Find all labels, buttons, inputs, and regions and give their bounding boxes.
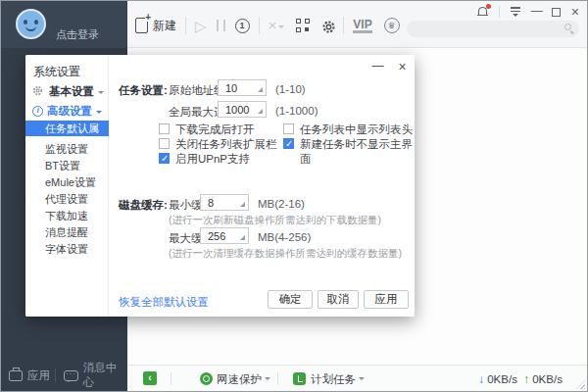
max-cache-field xyxy=(200,227,249,244)
message-center-label: 消息中心 xyxy=(83,361,127,390)
apply-button[interactable]: 应用 xyxy=(364,290,409,309)
checkbox-hide-main-window[interactable] xyxy=(283,138,294,149)
network-protect-caret[interactable] xyxy=(265,377,270,383)
delete-dropdown-caret[interactable] xyxy=(278,25,284,31)
nav-group-advanced[interactable]: i 高级设置 xyxy=(25,104,102,119)
checkbox-label[interactable]: 任务列表中显示列表头 xyxy=(300,122,413,137)
checkbox-label[interactable]: 启用UPnP支持 xyxy=(175,152,250,167)
maximize-button[interactable] xyxy=(552,8,561,17)
checkbox-label[interactable]: 新建任务时不显示主界面 xyxy=(300,137,415,167)
cache-section-label: 磁盘缓存: xyxy=(119,198,168,213)
titlebar: + 新建 ▷ 1 × VIP ♛ xyxy=(127,1,587,48)
settings-nav: 系统设置 基本设置 i 高级设置 任务默认属性 监视设置 BT设置 eMu xyxy=(25,55,109,317)
batch-grid-icon[interactable] xyxy=(296,19,310,32)
nav-item-emule[interactable]: eMule设置 xyxy=(25,174,109,190)
redownload-icon[interactable]: 1 xyxy=(235,19,250,33)
task-section-label: 任务设置: xyxy=(119,83,168,98)
settings-dialog: 系统设置 基本设置 i 高级设置 任务默认属性 监视设置 BT设置 eMu xyxy=(25,55,415,317)
dialog-minimize-button[interactable]: — xyxy=(370,61,385,74)
apps-label: 应用 xyxy=(27,368,50,383)
divider xyxy=(277,372,278,385)
nav-item-monitor[interactable]: 监视设置 xyxy=(25,141,109,157)
scheduled-tasks-label[interactable]: 计划任务 xyxy=(311,372,356,387)
new-task-button[interactable]: + 新建 xyxy=(135,18,176,34)
main-menu-icon[interactable] xyxy=(511,7,520,17)
spinner-caret-icon[interactable] xyxy=(258,87,263,92)
min-cache-unit: MB(2-16) xyxy=(258,198,305,210)
basic-group-caret xyxy=(98,91,104,97)
checkbox-show-list-header[interactable] xyxy=(283,123,294,134)
collapse-sidebar-button[interactable]: ‹ xyxy=(143,371,157,385)
connection-count-field xyxy=(218,101,267,118)
restore-defaults-link[interactable]: 恢复全部默认设置 xyxy=(119,295,209,310)
nav-item-proxy[interactable]: 代理设置 xyxy=(25,191,109,207)
checkbox-label[interactable]: 关闭任务列表扩展栏 xyxy=(175,137,277,152)
checkbox-upnp[interactable] xyxy=(159,153,170,164)
sidebar-bottom-bar: 应用 ··· 消息中心 xyxy=(1,366,127,385)
new-task-label: 新建 xyxy=(153,18,176,34)
notification-bell-icon[interactable] xyxy=(477,7,488,18)
settings-nav-header: 系统设置 xyxy=(33,64,80,80)
toolbar-divider xyxy=(259,17,260,34)
spinner-caret-icon[interactable] xyxy=(240,202,245,207)
connection-count-range: (1-1000) xyxy=(275,105,318,117)
app-window: 点击登录 应用 ··· 消息中心 + 新建 ▷ 1 xyxy=(0,0,588,392)
max-cache-unit: MB(4-256) xyxy=(258,231,311,243)
scheduled-tasks-icon xyxy=(293,372,306,385)
nav-item-font[interactable]: 字体设置 xyxy=(25,241,109,257)
download-arrow-icon: ↓ xyxy=(478,372,484,386)
toolbar: + 新建 ▷ 1 × VIP ♛ xyxy=(135,14,400,37)
network-protect-icon xyxy=(200,372,213,385)
advanced-group-caret xyxy=(96,111,102,117)
start-download-icon[interactable]: ▷ xyxy=(195,19,207,33)
min-cache-field xyxy=(200,194,249,211)
thread-count-range: (1-10) xyxy=(275,83,306,95)
status-bar: ‹ 网速保护 计划任务 ↓ 0KB/s ↑ 0KB/s xyxy=(127,365,587,391)
resize-grip[interactable] xyxy=(576,380,585,389)
upload-speed: ↑ 0KB/s xyxy=(523,372,563,386)
divider xyxy=(499,6,500,18)
search-icon xyxy=(564,24,571,30)
max-cache-hint: (进行一次清理缓存数据操作所需达到的缓存数据量) xyxy=(169,247,402,261)
message-center-button[interactable]: ··· 消息中心 xyxy=(64,366,127,385)
member-crown-icon[interactable]: ♛ xyxy=(384,18,400,33)
upload-arrow-icon: ↑ xyxy=(523,372,529,386)
basic-settings-gear-icon xyxy=(32,85,45,98)
thread-count-field xyxy=(218,79,267,96)
scheduled-tasks-caret[interactable] xyxy=(359,377,365,383)
advanced-settings-info-icon: i xyxy=(32,106,43,117)
ok-button[interactable]: 确定 xyxy=(268,290,313,309)
close-button[interactable]: × xyxy=(571,7,579,18)
network-protect-label[interactable]: 网速保护 xyxy=(217,372,262,387)
avatar-eye xyxy=(24,20,27,24)
toolbar-divider xyxy=(185,17,186,34)
dialog-close-button[interactable]: × xyxy=(395,60,410,74)
checkbox-close-list-panel[interactable] xyxy=(159,138,170,149)
vip-button[interactable]: VIP xyxy=(353,19,371,33)
settings-gear-icon[interactable] xyxy=(321,20,334,32)
basic-settings-label: 基本设置 xyxy=(49,84,94,99)
spinner-caret-icon[interactable] xyxy=(258,109,263,114)
nav-item-bt[interactable]: BT设置 xyxy=(25,158,109,173)
login-label[interactable]: 点击登录 xyxy=(56,27,99,42)
avatar-mouth xyxy=(25,25,36,31)
checkbox-label[interactable]: 下载完成后打开 xyxy=(175,122,255,137)
minimize-button[interactable]: — xyxy=(531,7,541,17)
delete-task-icon[interactable]: × xyxy=(269,19,277,32)
spinner-caret-icon[interactable] xyxy=(240,235,245,240)
user-login-area[interactable]: 点击登录 xyxy=(1,1,127,48)
nav-item-notify[interactable]: 消息提醒 xyxy=(25,224,109,240)
cancel-button[interactable]: 取消 xyxy=(318,290,359,309)
divider xyxy=(55,368,56,382)
avatar[interactable] xyxy=(16,9,46,39)
search-input[interactable] xyxy=(407,21,579,37)
nav-item-speedup[interactable]: 下载加速 xyxy=(25,208,109,223)
apps-button[interactable]: 应用 xyxy=(9,366,50,385)
new-document-icon: + xyxy=(135,18,148,33)
toolbar-divider xyxy=(343,17,344,34)
nav-group-basic[interactable]: 基本设置 xyxy=(25,84,104,99)
nav-item-task-defaults[interactable]: 任务默认属性 xyxy=(25,121,109,136)
notification-dot xyxy=(486,4,491,9)
checkbox-open-after-download[interactable] xyxy=(159,123,170,134)
pause-download-icon[interactable] xyxy=(217,20,225,31)
